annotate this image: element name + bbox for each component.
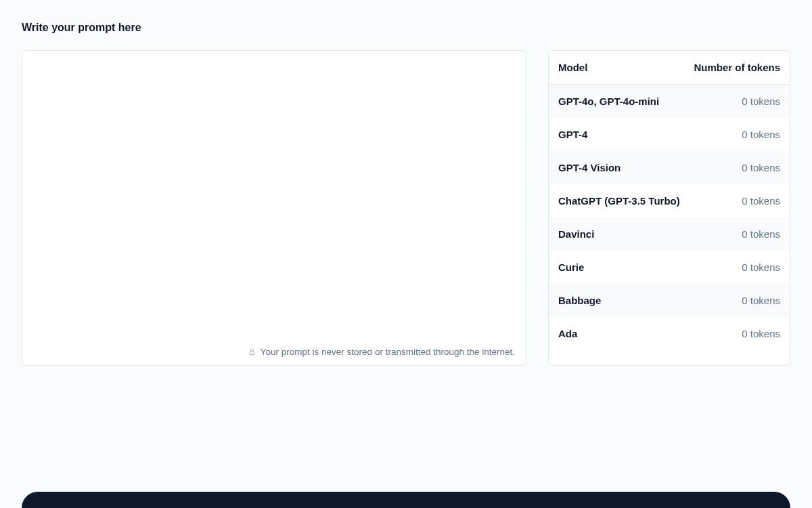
- table-row: ChatGPT (GPT-3.5 Turbo) 0 tokens: [549, 184, 790, 217]
- model-name: GPT-4 Vision: [558, 162, 621, 173]
- model-name: GPT-4o, GPT-4o-mini: [558, 96, 659, 107]
- bottom-section: [22, 492, 790, 508]
- table-row: Babbage 0 tokens: [549, 284, 790, 317]
- privacy-text: Your prompt is never stored or transmitt…: [261, 347, 515, 357]
- table-body: GPT-4o, GPT-4o-mini 0 tokens GPT-4 0 tok…: [549, 85, 790, 350]
- model-name: ChatGPT (GPT-3.5 Turbo): [558, 195, 680, 207]
- prompt-textarea[interactable]: [22, 51, 526, 339]
- svg-rect-0: [250, 352, 254, 355]
- token-count: 0 tokens: [742, 129, 780, 140]
- prompt-area: Your prompt is never stored or transmitt…: [22, 50, 526, 366]
- privacy-notice: Your prompt is never stored or transmitt…: [22, 339, 526, 365]
- token-count: 0 tokens: [742, 328, 780, 339]
- token-count: 0 tokens: [742, 162, 780, 173]
- table-header: Model Number of tokens: [549, 51, 790, 85]
- table-row: GPT-4 Vision 0 tokens: [549, 151, 790, 184]
- page-title: Write your prompt here: [22, 22, 790, 34]
- token-count: 0 tokens: [742, 195, 780, 207]
- table-row: Curie 0 tokens: [549, 251, 790, 284]
- token-count: 0 tokens: [742, 261, 780, 273]
- table-row: GPT-4o, GPT-4o-mini 0 tokens: [549, 85, 790, 118]
- model-name: Ada: [558, 328, 577, 339]
- model-name: Davinci: [558, 228, 594, 240]
- content-wrapper: Your prompt is never stored or transmitt…: [22, 50, 790, 366]
- model-name: Curie: [558, 261, 584, 273]
- header-tokens: Number of tokens: [694, 62, 780, 73]
- header-model: Model: [558, 62, 587, 73]
- table-row: GPT-4 0 tokens: [549, 118, 790, 151]
- lock-icon: [248, 348, 256, 356]
- token-count: 0 tokens: [742, 295, 780, 306]
- table-row: Davinci 0 tokens: [549, 217, 790, 251]
- model-name: GPT-4: [558, 129, 587, 140]
- model-name: Babbage: [558, 295, 601, 306]
- token-count: 0 tokens: [742, 228, 780, 240]
- token-table: Model Number of tokens GPT-4o, GPT-4o-mi…: [548, 50, 790, 366]
- table-row: Ada 0 tokens: [549, 317, 790, 350]
- token-count: 0 tokens: [742, 96, 780, 107]
